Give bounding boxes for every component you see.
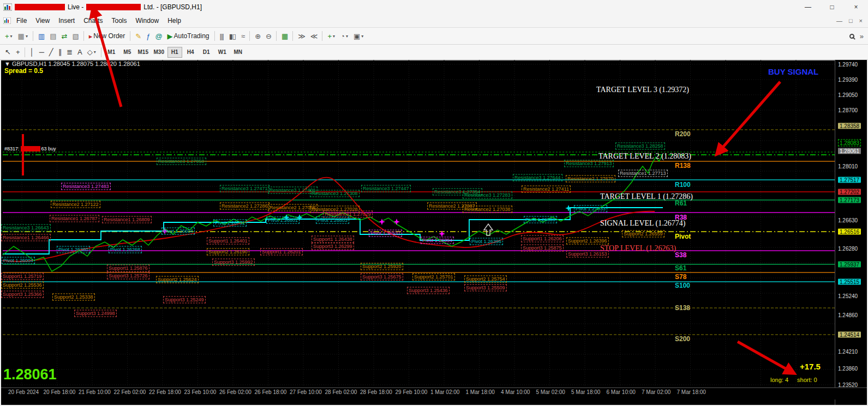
- timeframe-w1-button[interactable]: W1: [215, 47, 230, 58]
- toolbar-equidistant-channel-button[interactable]: ∥: [56, 47, 64, 57]
- toolbar-separator: [130, 31, 130, 41]
- profit-readout: +17.5: [800, 362, 821, 371]
- toolbar-crosshair-button[interactable]: +: [13, 47, 22, 57]
- toolbar-new-order-button[interactable]: ▸New Order: [86, 31, 128, 41]
- caret-down-icon: ▾: [333, 34, 335, 39]
- toolbar-data-window-button[interactable]: ▤: [47, 32, 58, 41]
- timeframe-d1-button[interactable]: D1: [199, 47, 214, 58]
- toolbar-overflow-button[interactable]: »: [857, 32, 866, 41]
- chart-minimize-button[interactable]: —: [836, 17, 842, 24]
- toolbar-tile-windows-button[interactable]: ▦: [279, 32, 290, 41]
- toolbar-auto-scroll-button[interactable]: ≫: [295, 32, 308, 41]
- templates-icon: ▣: [354, 33, 360, 40]
- buy-signal-text: BUY SIGNAL: [768, 67, 818, 76]
- chart-shift-icon: ≪: [310, 33, 318, 40]
- equidistant-channel-icon: ∥: [58, 49, 62, 56]
- toolbar-trendline-button[interactable]: ╱: [46, 47, 56, 57]
- toolbar-expert-advisors-button[interactable]: ƒ: [143, 32, 152, 41]
- toolbar-chart-shift-button[interactable]: ≪: [308, 32, 320, 41]
- objects-icon: ◇: [87, 49, 92, 56]
- spread-readout: Spread = 0.5: [4, 67, 43, 75]
- toolbar-new-chart-button[interactable]: +▾: [2, 32, 15, 41]
- menu-items: FileViewInsertChartsToolsWindowHelp: [12, 15, 185, 26]
- horizontal-line-icon: ─: [39, 49, 44, 56]
- toolbar-objects-button[interactable]: ◇▾: [85, 47, 99, 57]
- timeframe-m15-button[interactable]: M15: [136, 47, 151, 58]
- toolbar-templates-button[interactable]: ▣▾: [351, 32, 366, 41]
- toolbar-separator: [25, 47, 25, 57]
- mt4-application-window: Live - Ltd. - [GBPUSD,H1] — □ × FileView…: [0, 0, 868, 406]
- menu-insert[interactable]: Insert: [54, 15, 79, 26]
- toolbar-separator: [101, 47, 101, 57]
- timeframe-h4-button[interactable]: H4: [183, 47, 198, 58]
- toolbar-separator: [214, 31, 215, 41]
- tile-windows-icon: ▦: [282, 33, 288, 40]
- toolbar-cursor-button[interactable]: ↖: [2, 47, 13, 57]
- caret-down-icon: ▾: [10, 34, 13, 39]
- toolbar-metaeditor-button[interactable]: ✎: [133, 32, 143, 41]
- toolbar-search-button[interactable]: [847, 33, 857, 40]
- line-chart-icon: ≈: [241, 33, 244, 40]
- price-scale[interactable]: [835, 60, 867, 405]
- expert-advisors-icon: ƒ: [146, 33, 149, 40]
- timeframe-mn-button[interactable]: MN: [231, 47, 246, 58]
- toolbar-indicators-button[interactable]: +▾: [325, 32, 338, 41]
- toolbar-mql5-community-button[interactable]: @: [152, 32, 164, 41]
- new-order-label: New Order: [93, 32, 125, 40]
- toolbar-separator: [276, 31, 277, 41]
- zoom-out-icon: ⊖: [266, 33, 271, 40]
- current-price-readout: 1.28061: [3, 366, 57, 383]
- short-count: short: 0: [797, 377, 817, 383]
- chart-area[interactable]: [1, 60, 867, 405]
- caret-down-icon: ▾: [361, 34, 363, 39]
- overflow-chevron-icon: »: [860, 33, 863, 40]
- toolbar-line-chart-button[interactable]: ≈: [238, 32, 247, 41]
- window-title-live: Live -: [68, 3, 83, 11]
- chart-window-icon: [3, 17, 11, 24]
- toolbar-zoom-out-button[interactable]: ⊖: [263, 32, 274, 41]
- toolbar-bar-chart-button[interactable]: |||: [217, 32, 226, 41]
- window-minimize-button[interactable]: —: [796, 0, 820, 14]
- new-order-icon: ▸: [89, 33, 92, 40]
- toolbar-horizontal-line-button[interactable]: ─: [37, 47, 46, 57]
- toolbar-fibonacci-retracement-button[interactable]: ≣: [64, 47, 75, 57]
- fibonacci-retracement-icon: ≣: [67, 49, 72, 56]
- vertical-line-icon: │: [30, 49, 34, 56]
- menu-window[interactable]: Window: [131, 15, 164, 26]
- menu-help[interactable]: Help: [163, 15, 185, 26]
- menu-file[interactable]: File: [12, 15, 31, 26]
- toolbar-profiles-button[interactable]: ▦▾: [15, 32, 31, 41]
- menu-tools[interactable]: Tools: [107, 15, 131, 26]
- toolbar-terminal-button[interactable]: ▧: [69, 32, 81, 41]
- toolbar-candlestick-chart-button[interactable]: ▮▯: [226, 32, 238, 41]
- toolbar-market-watch-button[interactable]: ▥: [35, 32, 47, 41]
- redaction-block: [21, 146, 40, 152]
- crosshair-icon: +: [16, 49, 20, 56]
- toolbar-navigator-button[interactable]: ⇄: [59, 32, 70, 41]
- timeframe-m30-button[interactable]: M30: [152, 47, 166, 58]
- app-icon: [3, 3, 12, 11]
- chart-restore-button[interactable]: □: [849, 17, 853, 24]
- toolbar-vertical-line-button[interactable]: │: [27, 47, 37, 57]
- caret-down-icon: ▾: [26, 34, 28, 39]
- line-studies-toolbar: ↖+│─╱∥≣A◇▾M1M5M15M30H1H4D1W1MN: [0, 45, 868, 60]
- window-close-button[interactable]: ×: [844, 0, 868, 14]
- toolbar-periods-button[interactable]: ◔▾: [338, 32, 351, 41]
- chart-close-button[interactable]: ×: [859, 17, 863, 24]
- time-axis[interactable]: [1, 387, 867, 399]
- data-window-icon: ▤: [50, 33, 56, 40]
- menu-charts[interactable]: Charts: [79, 15, 107, 26]
- navigator-icon: ⇄: [62, 33, 67, 40]
- timeframe-h1-button[interactable]: H1: [167, 47, 182, 58]
- line-studies-toolbar-items: ↖+│─╱∥≣A◇▾M1M5M15M30H1H4D1W1MN: [2, 47, 246, 58]
- toolbar-text-label-button[interactable]: A: [75, 47, 85, 57]
- toolbar-autotrading-button[interactable]: ▶AutoTrading: [165, 31, 212, 41]
- menu-view[interactable]: View: [31, 15, 54, 26]
- search-icon: [849, 34, 854, 39]
- timeframe-m5-button[interactable]: M5: [120, 47, 135, 58]
- terminal-icon: ▧: [72, 33, 78, 40]
- timeframe-m1-button[interactable]: M1: [104, 47, 119, 58]
- window-maximize-button[interactable]: □: [820, 0, 844, 14]
- auto-scroll-icon: ≫: [298, 33, 305, 40]
- toolbar-zoom-in-button[interactable]: ⊕: [252, 32, 263, 41]
